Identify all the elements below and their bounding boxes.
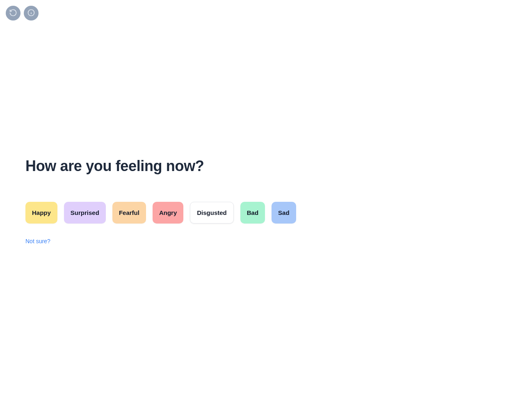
not-sure-link[interactable]: Not sure?: [25, 238, 50, 244]
emotion-bad-button[interactable]: Bad: [240, 202, 265, 224]
emotion-disgusted-button[interactable]: Disgusted: [190, 202, 234, 224]
emotion-happy-button[interactable]: Happy: [25, 202, 57, 224]
page-title: How are you feeling now?: [25, 158, 525, 175]
rotate-ccw-icon: [9, 9, 17, 18]
emotion-row: Happy Surprised Fearful Angry Disgusted …: [25, 202, 525, 224]
emotion-angry-button[interactable]: Angry: [153, 202, 183, 224]
info-icon: [27, 9, 35, 18]
info-button[interactable]: [24, 6, 39, 21]
top-icon-bar: [6, 6, 39, 21]
emotion-sad-button[interactable]: Sad: [272, 202, 296, 224]
reset-button[interactable]: [6, 6, 21, 21]
main-content: How are you feeling now? Happy Surprised…: [0, 0, 525, 245]
emotion-fearful-button[interactable]: Fearful: [112, 202, 146, 224]
emotion-surprised-button[interactable]: Surprised: [64, 202, 106, 224]
